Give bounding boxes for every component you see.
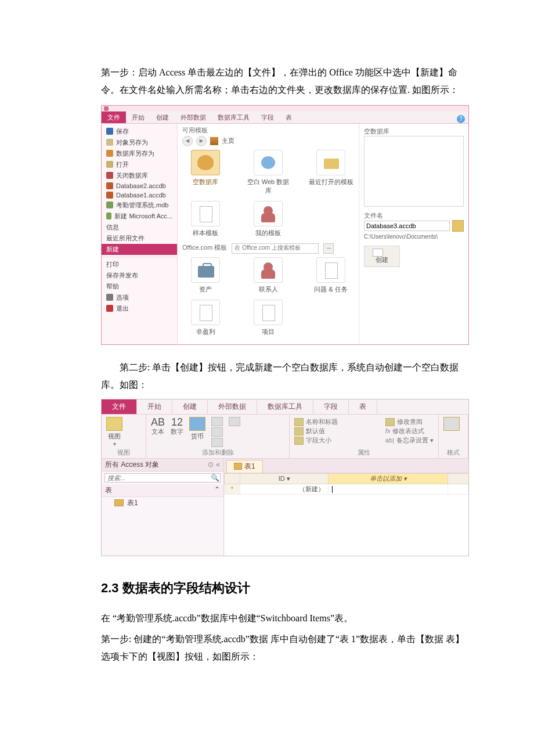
nav-object-table1[interactable]: 表1 [102, 497, 223, 509]
template-recent[interactable]: 最近打开的模板 [308, 150, 354, 195]
template-search-input[interactable]: 在 Office.com 上搜索模板 [232, 243, 319, 254]
column-click-to-add[interactable]: 单击以添加 ▾ [329, 473, 448, 484]
tab-external-data[interactable]: 外部数据 [175, 111, 212, 123]
nav-recent-3[interactable]: 考勤管理系统.mdb [102, 200, 177, 211]
forward-icon[interactable]: ► [196, 136, 207, 146]
save-as-icon [106, 139, 113, 146]
browse-folder-icon[interactable] [452, 220, 464, 232]
cell-new-field[interactable] [329, 484, 448, 494]
step3a-text: 在 “考勤管理系统.accdb”数据库中创建“Switchboard Items… [101, 610, 469, 627]
nav-save-db-as[interactable]: 数据库另存为 [102, 148, 177, 159]
filename-label: 文件名 [364, 211, 464, 220]
view-button[interactable]: 视图▾ [106, 417, 122, 447]
column-dropdown-icon: ▾ [403, 475, 407, 482]
tab-field-2[interactable]: 字段 [313, 399, 349, 414]
add-number-field-button[interactable]: 12数字 [171, 417, 183, 436]
template-blank-web-db[interactable]: 空白 Web 数据库 [245, 150, 291, 195]
group-properties-label: 属性 [294, 448, 434, 457]
nav-group-tables[interactable]: 表⌃ [102, 484, 223, 497]
nav-search[interactable]: 🔍 [104, 473, 221, 483]
add-currency-field-button[interactable]: 货币 [189, 417, 205, 441]
tab-table-2[interactable]: 表 [349, 399, 377, 414]
tab-home-2[interactable]: 开始 [137, 399, 172, 414]
tab-create-2[interactable]: 创建 [172, 399, 208, 414]
template-project[interactable]: 项目 [245, 300, 291, 336]
nav-help[interactable]: 帮助 [102, 281, 177, 292]
template-blank-db[interactable]: 空数据库 [182, 150, 229, 195]
nav-collapse-icon[interactable]: « [216, 460, 220, 469]
nav-options[interactable]: 选项 [102, 292, 177, 303]
group-format-label: 格式 [443, 448, 463, 457]
prop-modify-lookup[interactable]: 修改查阅 [385, 417, 434, 426]
group-add-delete: AB文本 12数字 货币 添加和删除 [146, 415, 290, 458]
nav-print[interactable]: 打印 [102, 259, 177, 270]
tab-table[interactable]: 表 [280, 111, 298, 123]
template-sample[interactable]: 样本模板 [182, 201, 229, 237]
nav-recent-2[interactable]: Database1.accdb [102, 190, 177, 200]
template-contact[interactable]: 联系人 [245, 257, 291, 294]
small-button-4[interactable] [229, 417, 240, 426]
tab-db-tools[interactable]: 数据库工具 [212, 111, 255, 123]
tab-home[interactable]: 开始 [126, 111, 150, 123]
help-icon[interactable]: ? [457, 115, 465, 123]
save-path: C:\Users\lenovo\Documents\ [364, 233, 464, 240]
prop-default-value[interactable]: 默认值 [294, 426, 338, 435]
open-icon [106, 161, 113, 168]
group-view: 视图▾ 视图 [102, 415, 146, 458]
nav-exit[interactable]: 退出 [102, 303, 177, 314]
create-button[interactable]: 创建 [364, 246, 400, 267]
back-icon[interactable]: ◄ [182, 136, 193, 146]
tab-create[interactable]: 创建 [150, 111, 175, 123]
nav-save-object-as[interactable]: 对象另存为 [102, 137, 177, 148]
tab-file[interactable]: 文件 [102, 111, 126, 123]
add-text-field-button[interactable]: AB文本 [151, 417, 165, 436]
tab-db-tools-2[interactable]: 数据库工具 [257, 399, 313, 414]
datasheet-grid[interactable]: ID ▾ 单击以添加 ▾ * （新建） [224, 473, 468, 495]
template-asset[interactable]: 资产 [182, 257, 229, 294]
nav-search-input[interactable] [105, 474, 210, 482]
nav-recent[interactable]: 最近所用文件 [102, 233, 177, 244]
object-tab-table1[interactable]: 表1 [226, 460, 263, 473]
template-nonprofit[interactable]: 非盈利 [182, 300, 229, 336]
template-issue[interactable]: 问题 & 任务 [308, 257, 354, 294]
group-add-delete-label: 添加和删除 [151, 448, 284, 457]
dropdown-icon: ▾ [430, 437, 434, 444]
nav-new[interactable]: 新建 [102, 244, 177, 255]
format-icon [443, 417, 460, 431]
object-tabs: 表1 [224, 459, 468, 473]
screenshot-1-access-backstage: 文件 开始 创建 外部数据 数据库工具 字段 表 ? 保存 对象另存为 数据库另… [101, 105, 469, 345]
prop-modify-expression[interactable]: fx修改表达式 [385, 426, 434, 435]
format-button[interactable] [443, 417, 460, 432]
small-button-3[interactable] [211, 438, 223, 447]
tab-field[interactable]: 字段 [255, 111, 280, 123]
home-icon[interactable] [210, 137, 218, 145]
small-button-2[interactable] [211, 427, 223, 437]
prop-name-caption[interactable]: 名称和标题 [294, 417, 338, 426]
column-dropdown-icon: ▾ [287, 475, 290, 482]
row-selector-header[interactable] [225, 473, 240, 484]
tab-external-data-2[interactable]: 外部数据 [208, 399, 257, 414]
column-id[interactable]: ID ▾ [240, 473, 329, 484]
template-my[interactable]: 我的模板 [245, 201, 291, 237]
cell-id-new[interactable]: （新建） [240, 484, 329, 494]
nav-save[interactable]: 保存 [102, 126, 177, 137]
prop-memo-settings[interactable]: ab|备忘录设置 ▾ [385, 435, 434, 445]
prop-field-size[interactable]: 字段大小 [294, 435, 338, 445]
template-search-go[interactable]: → [323, 243, 334, 254]
currency-icon [189, 417, 205, 431]
nav-save-publish[interactable]: 保存并发布 [102, 270, 177, 281]
filename-input[interactable] [364, 221, 450, 231]
nav-recent-4[interactable]: 新建 Microsoft Acc... [102, 211, 177, 222]
new-row-indicator[interactable]: * [225, 484, 240, 494]
nav-close-db[interactable]: 关闭数据库 [102, 170, 177, 181]
nav-info[interactable]: 信息 [102, 222, 177, 233]
nav-pane-header[interactable]: 所有 Access 对象 ⊙« [102, 459, 223, 471]
database-icon [106, 201, 113, 208]
nav-open[interactable]: 打开 [102, 159, 177, 170]
nav-dropdown-icon[interactable]: ⊙ [208, 460, 214, 469]
search-icon[interactable]: 🔍 [210, 474, 220, 482]
tab-file-2[interactable]: 文件 [102, 399, 137, 414]
navigation-pane: 所有 Access 对象 ⊙« 🔍 表⌃ 表1 [102, 459, 224, 556]
small-button-1[interactable] [211, 417, 223, 426]
nav-recent-1[interactable]: Database2.accdb [102, 181, 177, 190]
